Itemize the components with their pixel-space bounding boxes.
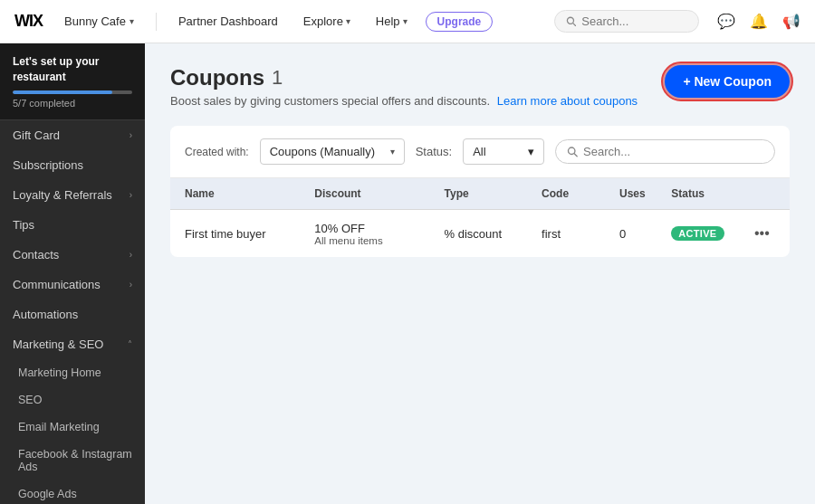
status-badge: ACTIVE: [671, 226, 724, 241]
coupon-uses: 0: [619, 227, 671, 241]
sidebar-item-email-marketing[interactable]: Email Marketing: [0, 414, 145, 441]
nav-help[interactable]: Help ▾: [369, 11, 415, 32]
sidebar-item-contacts[interactable]: Contacts ›: [0, 240, 145, 270]
upgrade-button[interactable]: Upgrade: [426, 12, 494, 32]
wix-logo: WIX: [14, 12, 43, 31]
top-nav: WIX Bunny Cafe ▾ Partner Dashboard Explo…: [0, 0, 815, 43]
nav-divider: [156, 13, 157, 31]
sidebar-setup: Let's set up your restaurant 5/7 complet…: [0, 43, 145, 120]
sidebar-chevron-marketing: ˄: [128, 339, 132, 349]
coupons-table-container: Created with: Coupons (Manually) ▾ Statu…: [170, 126, 790, 257]
svg-line-3: [574, 154, 577, 157]
col-status: Status: [671, 187, 749, 200]
page-title-row: Coupons 1: [170, 65, 638, 90]
col-uses: Uses: [619, 187, 671, 200]
page-subtitle: Boost sales by giving customers special …: [170, 94, 638, 108]
sidebar: Let's set up your restaurant 5/7 complet…: [0, 43, 145, 504]
coupon-search-icon: [567, 146, 578, 157]
sidebar-progress-text: 5/7 completed: [13, 98, 132, 109]
sidebar-item-automations[interactable]: Automations: [0, 300, 145, 329]
coupon-type: % discount: [445, 227, 542, 241]
sidebar-item-subscriptions[interactable]: Subscriptions: [0, 150, 145, 180]
status-label: Status:: [416, 145, 452, 158]
global-search-bar[interactable]: [554, 10, 699, 33]
created-with-select[interactable]: Coupons (Manually) ▾: [260, 138, 405, 165]
nav-help-chevron: ▾: [403, 16, 408, 26]
sidebar-item-loyalty[interactable]: Loyalty & Referrals ›: [0, 180, 145, 210]
nav-explore-chevron: ▾: [346, 16, 350, 26]
coupon-discount: 10% OFF All menu items: [314, 222, 444, 246]
coupon-code: first: [542, 227, 619, 241]
page-title-section: Coupons 1 Boost sales by giving customer…: [170, 65, 638, 108]
coupon-status: ACTIVE: [671, 226, 749, 241]
nav-explore-label: Explore: [303, 14, 343, 28]
page-title: Coupons: [170, 65, 264, 90]
created-with-chevron: ▾: [390, 147, 395, 157]
created-with-label: Created with:: [185, 146, 249, 158]
coupon-more-button[interactable]: •••: [749, 221, 774, 246]
sidebar-setup-title: Let's set up your restaurant: [13, 54, 132, 85]
coupon-search-input[interactable]: [583, 145, 763, 158]
sidebar-item-fb-instagram[interactable]: Facebook & Instagram Ads: [0, 441, 145, 480]
sidebar-chevron-gift-card: ›: [129, 130, 132, 140]
sidebar-progress-bar: [13, 90, 132, 94]
search-icon: [566, 15, 576, 27]
sidebar-item-marketing-seo[interactable]: Marketing & SEO ˄: [0, 329, 145, 359]
nav-help-label: Help: [376, 14, 400, 28]
col-name: Name: [185, 187, 314, 200]
site-name-chevron: ▾: [129, 16, 134, 26]
status-select[interactable]: All ▾: [463, 138, 544, 165]
nav-icons: 💬 🔔 📢: [717, 13, 801, 31]
page-header: Coupons 1 Boost sales by giving customer…: [170, 65, 790, 108]
table-header: Name Discount Type Code Uses Status: [170, 178, 790, 210]
sidebar-item-communications[interactable]: Communications ›: [0, 270, 145, 300]
sidebar-progress-fill: [13, 90, 112, 94]
sidebar-chevron-loyalty: ›: [129, 190, 132, 200]
site-name-dropdown[interactable]: Bunny Cafe ▾: [57, 11, 141, 32]
coupon-search-bar[interactable]: [555, 139, 775, 164]
sidebar-item-seo[interactable]: SEO: [0, 386, 145, 414]
sidebar-item-marketing-home[interactable]: Marketing Home: [0, 359, 145, 386]
coupons-table: Name Discount Type Code Uses Status Firs…: [170, 178, 790, 257]
sidebar-chevron-contacts: ›: [129, 250, 132, 260]
table-row: First time buyer 10% OFF All menu items …: [170, 210, 790, 257]
status-chevron: ▾: [528, 145, 534, 158]
chat-icon[interactable]: 💬: [717, 13, 735, 31]
col-actions: [749, 187, 775, 200]
col-type: Type: [445, 187, 542, 200]
page-title-count: 1: [272, 66, 283, 90]
coupon-name: First time buyer: [185, 227, 314, 241]
bell-icon[interactable]: 🔔: [750, 13, 768, 31]
col-code: Code: [542, 187, 619, 200]
sidebar-item-google-ads[interactable]: Google Ads: [0, 480, 145, 504]
new-coupon-button[interactable]: + New Coupon: [665, 65, 790, 98]
content-area: Coupons 1 Boost sales by giving customer…: [145, 43, 815, 504]
sidebar-item-tips[interactable]: Tips: [0, 210, 145, 240]
sidebar-item-gift-card[interactable]: Gift Card ›: [0, 120, 145, 150]
col-discount: Discount: [314, 187, 444, 200]
site-name-label: Bunny Cafe: [64, 14, 126, 28]
svg-line-1: [573, 24, 576, 26]
learn-more-link[interactable]: Learn more about coupons: [497, 94, 638, 108]
nav-partner-dashboard[interactable]: Partner Dashboard: [171, 11, 285, 32]
megaphone-icon[interactable]: 📢: [782, 13, 801, 31]
main-layout: Let's set up your restaurant 5/7 complet…: [0, 43, 815, 504]
nav-explore[interactable]: Explore ▾: [296, 11, 358, 32]
global-search-input[interactable]: [581, 14, 687, 28]
filter-row: Created with: Coupons (Manually) ▾ Statu…: [170, 126, 790, 178]
sidebar-chevron-communications: ›: [129, 280, 132, 290]
